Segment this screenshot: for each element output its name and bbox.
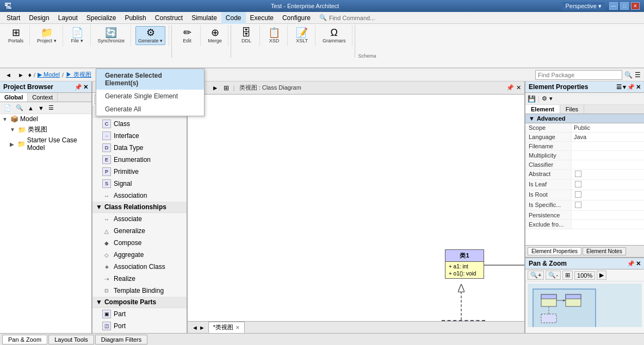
item-aggregate[interactable]: ◇ Aggregate: [92, 249, 187, 261]
menu-start[interactable]: Start: [2, 12, 24, 24]
prop-language-value[interactable]: Java: [572, 133, 644, 141]
canvas-tab-close[interactable]: ✕: [236, 325, 240, 330]
xslt-button[interactable]: 📝 XSLT: [292, 26, 312, 45]
generate-single-item[interactable]: Generate Single Element: [96, 90, 204, 103]
canvas-pin-icon[interactable]: 📌: [506, 84, 514, 91]
canvas-content[interactable]: 类1 + a1: int + o1(): void 类2 «interface»…: [188, 95, 524, 321]
tree-item-starter[interactable]: ▶ 📁 Starter Use Case Model: [0, 135, 91, 153]
uml-interface-1[interactable]: «interface» 接口1: [442, 320, 485, 321]
menu-simulate[interactable]: Simulate: [187, 12, 221, 24]
bottom-tab-diagram-filters[interactable]: Diagram Filters: [95, 335, 148, 344]
ep-bottom-tab-notes[interactable]: Element Notes: [583, 247, 626, 255]
item-signal[interactable]: S Signal: [92, 178, 187, 190]
browser-up-btn[interactable]: ▲: [26, 104, 35, 112]
ep-bottom-tab-properties[interactable]: Element Properties: [528, 247, 581, 255]
prop-scope-value[interactable]: Public: [572, 123, 644, 132]
portals-button[interactable]: ⊞ Portals: [5, 26, 26, 45]
menu-execute[interactable]: Execute: [246, 12, 278, 24]
pz-fit-btn[interactable]: ⊞: [562, 271, 573, 280]
back-button[interactable]: ◄: [3, 71, 14, 79]
ep-dropdown-icon[interactable]: ▾: [549, 95, 553, 102]
item-association-class[interactable]: ◈ Association Class: [92, 261, 187, 273]
menu-specialize[interactable]: Specialize: [82, 12, 121, 24]
menu-configure[interactable]: Configure: [278, 12, 315, 24]
menu-construct[interactable]: Construct: [151, 12, 187, 24]
file-button[interactable]: 📄 File ▾: [67, 26, 87, 45]
path-model[interactable]: ▶ Model: [38, 71, 60, 78]
prop-mult-value[interactable]: [572, 151, 644, 160]
tree-item-model[interactable]: ▼ 📦 Model: [0, 114, 91, 124]
pz-zoom-in-btn[interactable]: 🔍+: [528, 271, 544, 280]
ep-options-icon[interactable]: ▾: [623, 84, 626, 91]
browser-find-btn[interactable]: 🔍: [14, 104, 25, 112]
generate-selected-item[interactable]: Generate Selected Element(s): [96, 69, 204, 90]
item-generalize[interactable]: △ Generalize: [92, 225, 187, 237]
ep-toolbar-icon[interactable]: ☰: [616, 84, 622, 91]
pz-zoom-out-btn[interactable]: 🔍-: [546, 271, 561, 280]
generate-button[interactable]: ⚙ Generate ▾: [135, 26, 165, 45]
ep-gear-icon[interactable]: ⚙: [542, 95, 547, 102]
tab-scroll-left[interactable]: ◄: [192, 324, 198, 331]
prop-classifier-value[interactable]: [572, 160, 644, 169]
canvas-tab-classview[interactable]: *类视图 ✕: [208, 322, 245, 333]
prop-abstract-value[interactable]: [572, 170, 644, 179]
browser-close-icon[interactable]: ✕: [83, 84, 88, 91]
canvas-grid-btn[interactable]: ⊞: [224, 84, 229, 92]
tree-item-classview[interactable]: ▼ 📁 类视图: [0, 124, 91, 135]
prop-exclude-value[interactable]: [572, 220, 644, 229]
category-composite-parts[interactable]: ▼ Composite Parts: [92, 297, 187, 308]
section-advanced[interactable]: ▼ Advanced: [525, 114, 644, 123]
path-classview[interactable]: ▶ 类视图: [66, 71, 91, 79]
item-template-binding[interactable]: ⊡ Template Binding: [92, 285, 187, 297]
uml-class-1[interactable]: 类1 + a1: int + o1(): void: [445, 249, 484, 279]
canvas-nav-right[interactable]: ►: [210, 84, 220, 92]
pz-nav-btn[interactable]: ▶: [597, 271, 606, 280]
maximize-button[interactable]: □: [620, 2, 629, 10]
expand-classview[interactable]: ▼: [10, 127, 16, 133]
browser-down-btn[interactable]: ▼: [36, 104, 46, 112]
pz-close-icon[interactable]: ✕: [636, 260, 641, 267]
browser-pin-icon[interactable]: 📌: [75, 84, 82, 91]
generate-all-item[interactable]: Generate All: [96, 103, 204, 116]
abstract-checkbox[interactable]: [575, 171, 581, 177]
forward-button[interactable]: ►: [16, 71, 26, 79]
item-part[interactable]: ▣ Part: [92, 308, 187, 320]
isspecific-checkbox[interactable]: [575, 202, 581, 208]
close-button[interactable]: ✕: [631, 2, 640, 10]
item-associate[interactable]: ↔ Associate: [92, 213, 187, 225]
item-compose[interactable]: ◆ Compose: [92, 237, 187, 249]
menu-layout[interactable]: Layout: [54, 12, 82, 24]
isleaf-checkbox[interactable]: [575, 181, 581, 187]
ep-tab-files[interactable]: Files: [560, 105, 584, 114]
pkg-search-icon[interactable]: 🔍: [624, 71, 633, 79]
menu-code[interactable]: Code: [221, 12, 246, 24]
item-class[interactable]: C Class: [92, 118, 187, 130]
item-primitive[interactable]: P Primitive: [92, 166, 187, 178]
expand-starter[interactable]: ▶: [10, 141, 16, 147]
pkg-options-icon[interactable]: ☰: [635, 71, 641, 79]
pz-canvas[interactable]: [528, 284, 642, 327]
item-realize[interactable]: ⇢ Realize: [92, 273, 187, 285]
item-port[interactable]: ◫ Port: [92, 320, 187, 332]
ep-pin-icon[interactable]: 📌: [627, 84, 635, 91]
browser-new-btn[interactable]: 📄: [2, 104, 13, 112]
package-search-input[interactable]: [535, 70, 622, 80]
isroot-checkbox[interactable]: [575, 191, 581, 198]
perspective-label[interactable]: Perspective ▾: [562, 2, 605, 10]
ep-close-icon[interactable]: ✕: [636, 84, 641, 91]
browser-tab-global[interactable]: Global: [0, 93, 28, 102]
prop-isleaf-value[interactable]: [572, 180, 644, 190]
xsd-button[interactable]: 📋 XSD: [264, 26, 284, 45]
merge-button[interactable]: ⊕ Merge: [205, 26, 225, 45]
browser-tab-context[interactable]: Context: [28, 93, 58, 102]
bottom-tab-layout-tools[interactable]: Layout Tools: [48, 335, 94, 344]
browser-options-btn[interactable]: ☰: [47, 104, 55, 112]
edit-button[interactable]: ✏ Edit: [177, 26, 197, 45]
project-button[interactable]: 📁 Project ▾: [34, 26, 59, 45]
pz-pin-icon[interactable]: 📌: [627, 260, 635, 267]
menu-design[interactable]: Design: [24, 12, 53, 24]
item-interface[interactable]: ↔ Interface: [92, 130, 187, 142]
item-association[interactable]: ↔ Association: [92, 190, 187, 202]
ep-tab-element[interactable]: Element: [525, 105, 560, 114]
item-expose-interface[interactable]: ⊙ Expose Interface: [92, 332, 187, 333]
